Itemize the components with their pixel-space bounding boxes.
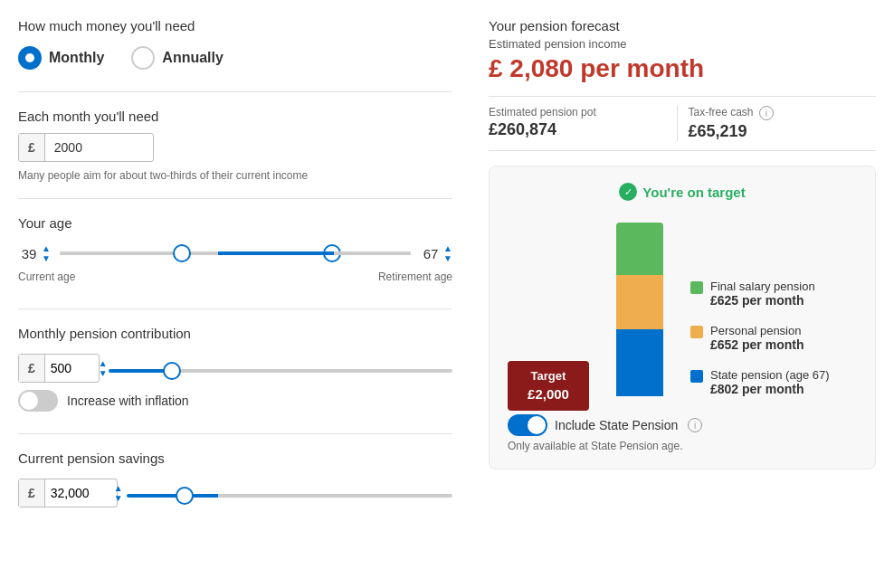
currency-prefix: £	[19, 134, 45, 161]
savings-up[interactable]: ▲	[114, 483, 123, 493]
retirement-age-value: 67	[420, 246, 442, 261]
include-state-pension-label: Include State Pension	[555, 418, 678, 432]
annually-label: Annually	[162, 50, 224, 66]
monthly-label: Monthly	[49, 50, 104, 66]
retirement-age-slider[interactable]	[60, 251, 411, 255]
current-age-up[interactable]: ▲	[42, 243, 51, 253]
savings-currency: £	[19, 479, 45, 507]
tax-free-label: Tax-free cash i	[689, 106, 866, 120]
final-salary-legend: Final salary pension £625 per month	[690, 280, 830, 308]
contribution-input[interactable]	[45, 356, 95, 380]
monthly-radio[interactable]	[18, 46, 42, 70]
divider-4	[18, 433, 452, 434]
how-much-title: How much money you'll need	[18, 18, 452, 33]
inflation-toggle-knob	[20, 392, 38, 410]
savings-slider[interactable]	[127, 494, 452, 498]
current-age-down[interactable]: ▼	[42, 253, 51, 263]
current-age-value: 39	[18, 246, 40, 261]
tax-free-value: £65,219	[689, 122, 866, 141]
estimated-income-label: Estimated pension income	[489, 37, 876, 51]
forecast-summary: Estimated pension pot £260,874 Tax-free …	[489, 96, 876, 151]
divider-2	[18, 198, 452, 199]
stacked-bar-container	[616, 215, 663, 396]
savings-title: Current pension savings	[18, 450, 452, 466]
personal-pension-value: £652 per month	[710, 337, 804, 352]
inflation-toggle[interactable]	[18, 390, 58, 412]
state-pension-segment	[616, 329, 663, 396]
state-pension-info: State pension (age 67) £802 per month	[710, 368, 830, 396]
retirement-age-label: Retirement age	[378, 270, 452, 283]
personal-pension-dot	[690, 326, 703, 338]
final-salary-info: Final salary pension £625 per month	[710, 280, 815, 308]
frequency-radio-group: Monthly Annually	[18, 46, 452, 70]
state-pension-value: £802 per month	[710, 382, 830, 396]
contrib-currency: £	[19, 355, 45, 382]
inflation-toggle-row: Increase with inflation	[18, 390, 452, 412]
on-target-row: ✓ You're on target	[508, 183, 857, 201]
monthly-amount-input[interactable]	[45, 134, 136, 161]
legend-area: Final salary pension £625 per month Pers…	[690, 280, 830, 396]
state-pension-toggle-knob	[528, 416, 546, 434]
contribution-row: £ ▲ ▼	[18, 354, 452, 383]
forecast-amount: £ 2,080 per month	[489, 54, 876, 83]
age-labels: Current age Retirement age	[18, 270, 452, 283]
divider-1	[18, 91, 452, 92]
final-salary-segment	[616, 223, 663, 275]
final-salary-value: £625 per month	[710, 293, 815, 308]
retirement-age-down[interactable]: ▼	[443, 253, 452, 263]
state-pension-legend: State pension (age 67) £802 per month	[690, 368, 830, 396]
estimated-pot-item: Estimated pension pot £260,874	[489, 106, 678, 141]
final-salary-dot	[690, 281, 703, 294]
each-month-label: Each month you'll need	[18, 109, 452, 124]
monthly-amount-input-wrap: £	[18, 133, 154, 162]
monthly-option[interactable]: Monthly	[18, 46, 104, 70]
annually-radio[interactable]	[131, 46, 155, 70]
hint-text: Many people aim for about two-thirds of …	[18, 169, 452, 182]
divider-3	[18, 308, 452, 309]
check-badge: ✓	[619, 183, 637, 201]
chart-card: ✓ You're on target Target £2,000	[489, 166, 876, 469]
contribution-down[interactable]: ▼	[99, 368, 108, 378]
retirement-age-arrows[interactable]: ▲ ▼	[443, 243, 452, 263]
savings-row: £ ▲ ▼	[18, 479, 452, 507]
chart-area: Target £2,000	[508, 215, 857, 396]
tax-free-info-icon[interactable]: i	[759, 106, 774, 120]
contribution-section: Monthly pension contribution £ ▲ ▼	[18, 326, 452, 412]
contribution-slider[interactable]	[109, 369, 452, 373]
current-age-arrows[interactable]: ▲ ▼	[42, 243, 51, 263]
state-pension-note: Only available at State Pension age.	[508, 440, 857, 452]
final-salary-name: Final salary pension	[710, 280, 815, 293]
savings-section: Current pension savings £ ▲ ▼	[18, 450, 452, 507]
savings-input[interactable]	[45, 481, 110, 505]
savings-arrows[interactable]: ▲ ▼	[110, 481, 127, 505]
contribution-input-wrap: £ ▲ ▼	[18, 354, 100, 383]
annually-option[interactable]: Annually	[131, 46, 224, 70]
personal-pension-name: Personal pension	[710, 324, 804, 337]
retirement-age-up[interactable]: ▲	[443, 243, 452, 253]
stacked-bar	[616, 223, 663, 396]
estimated-pot-value: £260,874	[489, 120, 666, 139]
personal-pension-segment	[616, 275, 663, 329]
state-pension-toggle-row: Include State Pension i	[508, 414, 857, 436]
contribution-up[interactable]: ▲	[99, 358, 108, 368]
state-pension-info-icon[interactable]: i	[688, 418, 702, 432]
forecast-title: Your pension forecast	[489, 18, 876, 33]
on-target-text: You're on target	[642, 185, 745, 200]
current-age-label: Current age	[18, 270, 75, 283]
personal-pension-info: Personal pension £652 per month	[710, 324, 804, 352]
left-panel: How much money you'll need Monthly Annua…	[18, 18, 452, 570]
savings-down[interactable]: ▼	[114, 493, 123, 503]
state-pension-dot	[690, 370, 703, 383]
contribution-title: Monthly pension contribution	[18, 326, 452, 341]
tax-free-item: Tax-free cash i £65,219	[678, 106, 877, 141]
right-panel: Your pension forecast Estimated pension …	[489, 18, 876, 570]
state-pension-toggle[interactable]	[508, 414, 547, 436]
current-age-spinbox[interactable]: 39 ▲ ▼	[18, 243, 51, 263]
age-row: 39 ▲ ▼ 67 ▲ ▼	[18, 243, 452, 263]
your-age-title: Your age	[18, 215, 452, 231]
personal-pension-legend: Personal pension £652 per month	[690, 324, 830, 352]
savings-input-wrap: £ ▲ ▼	[18, 479, 118, 507]
inflation-label: Increase with inflation	[67, 394, 189, 408]
age-section: Your age 39 ▲ ▼ 67 ▲ ▼	[18, 215, 452, 283]
retirement-age-spinbox[interactable]: 67 ▲ ▼	[420, 243, 452, 263]
